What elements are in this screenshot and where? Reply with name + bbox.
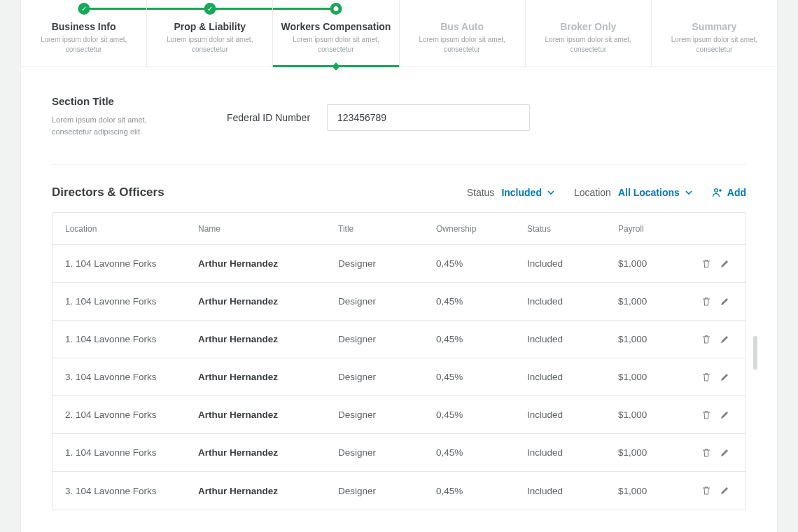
step-title: Bus Auto: [407, 21, 518, 32]
federal-id-field: Federal ID Number: [227, 95, 530, 137]
edit-icon[interactable]: [719, 334, 730, 345]
table-body: 1. 104 Lavonne ForksArthur HernandezDesi…: [52, 245, 746, 510]
trash-icon[interactable]: [701, 258, 712, 270]
row-actions: [688, 296, 730, 307]
step-title: Business Info: [28, 21, 139, 32]
cell-ownership: 0,45%: [436, 410, 527, 420]
edit-icon[interactable]: [719, 410, 730, 421]
col-location: Location: [65, 224, 198, 234]
step-desc: Lorem ipsum dolor sit amet, consectetur: [287, 35, 385, 54]
add-label: Add: [727, 187, 746, 198]
col-name: Name: [198, 224, 338, 234]
trash-icon[interactable]: [701, 334, 712, 345]
step-title: Workers Compensation: [280, 21, 391, 32]
col-ownership: Ownership: [436, 224, 527, 234]
chevron-down-icon: [547, 189, 554, 196]
row-actions: [688, 485, 730, 496]
cell-location: 1. 104 Lavonne Forks: [65, 334, 198, 344]
row-actions: [688, 410, 730, 421]
section-meta: Section Title Lorem ipsum dolor sit amet…: [52, 95, 185, 137]
table-header: Location Name Title Ownership Status Pay…: [52, 213, 746, 245]
step-title: Prop & Liability: [154, 21, 265, 32]
progress-steps: ✓ ✓ Business Info Lorem ipsum dolor sit …: [21, 0, 777, 67]
cell-status: Included: [527, 410, 618, 420]
trash-icon[interactable]: [701, 372, 712, 383]
cell-ownership: 0,45%: [436, 372, 527, 382]
step-workers-compensation[interactable]: Workers Compensation Lorem ipsum dolor s…: [273, 0, 399, 66]
table-row: 2. 104 Lavonne ForksArthur HernandezDesi…: [52, 396, 746, 434]
col-payroll: Payroll: [618, 224, 688, 234]
cell-title: Designer: [338, 410, 436, 420]
status-filter-label: Status: [467, 187, 495, 198]
col-title: Title: [338, 224, 436, 234]
cell-title: Designer: [338, 296, 436, 307]
table-row: 1. 104 Lavonne ForksArthur HernandezDesi…: [52, 283, 746, 321]
col-status: Status: [527, 224, 618, 234]
cell-location: 3. 104 Lavonne Forks: [65, 486, 198, 496]
cell-status: Included: [527, 447, 618, 458]
cell-payroll: $1,000: [618, 334, 688, 344]
step-title: Broker Only: [533, 21, 644, 32]
add-button[interactable]: Add: [712, 187, 746, 198]
federal-id-input[interactable]: [327, 104, 530, 131]
location-filter[interactable]: Location All Locations: [574, 187, 692, 198]
step-business-info[interactable]: Business Info Lorem ipsum dolor sit amet…: [21, 0, 147, 66]
cell-title: Designer: [338, 334, 436, 344]
cell-name: Arthur Hernandez: [198, 334, 338, 344]
cell-location: 2. 104 Lavonne Forks: [65, 410, 198, 420]
table-row: 3. 104 Lavonne ForksArthur HernandezDesi…: [52, 358, 746, 396]
scrollbar-thumb[interactable]: [753, 336, 757, 370]
directors-heading: Directors & Officers: [52, 186, 164, 200]
row-actions: [688, 334, 730, 345]
step-bus-auto[interactable]: Bus Auto Lorem ipsum dolor sit amet, con…: [400, 0, 526, 66]
cell-location: 1. 104 Lavonne Forks: [65, 296, 198, 307]
section-title: Section Title: [52, 95, 185, 107]
cell-payroll: $1,000: [618, 410, 688, 420]
row-actions: [688, 372, 730, 383]
step-desc: Lorem ipsum dolor sit amet, consectetur: [35, 35, 133, 54]
cell-payroll: $1,000: [618, 296, 688, 307]
edit-icon[interactable]: [719, 372, 730, 383]
cell-status: Included: [527, 296, 618, 307]
step-title: Summary: [659, 21, 770, 32]
edit-icon[interactable]: [719, 447, 730, 458]
location-filter-value: All Locations: [618, 187, 692, 198]
cell-payroll: $1,000: [618, 372, 688, 382]
cell-ownership: 0,45%: [436, 296, 527, 307]
edit-icon[interactable]: [719, 485, 730, 496]
cell-title: Designer: [338, 447, 436, 458]
trash-icon[interactable]: [701, 485, 712, 496]
cell-status: Included: [527, 486, 618, 496]
row-actions: [688, 447, 730, 458]
workers-comp-card: ✓ ✓ Business Info Lorem ipsum dolor sit …: [21, 0, 777, 532]
edit-icon[interactable]: [719, 296, 730, 307]
chevron-down-icon: [685, 189, 692, 196]
cell-name: Arthur Hernandez: [198, 486, 338, 496]
step-broker-only[interactable]: Broker Only Lorem ipsum dolor sit amet, …: [526, 0, 652, 66]
edit-icon[interactable]: [719, 258, 730, 270]
status-filter[interactable]: Status Included: [467, 187, 554, 198]
step-desc: Lorem ipsum dolor sit amet, consectetur: [665, 35, 763, 54]
cell-ownership: 0,45%: [436, 334, 527, 344]
cell-status: Included: [527, 258, 618, 269]
step-summary[interactable]: Summary Lorem ipsum dolor sit amet, cons…: [652, 0, 777, 66]
cell-location: 1. 104 Lavonne Forks: [65, 258, 198, 269]
cell-name: Arthur Hernandez: [198, 447, 338, 458]
svg-point-0: [714, 189, 718, 192]
directors-table: Location Name Title Ownership Status Pay…: [52, 212, 746, 510]
cell-payroll: $1,000: [618, 258, 688, 269]
cell-title: Designer: [338, 486, 436, 496]
person-add-icon: [712, 187, 723, 198]
step-prop-liability[interactable]: Prop & Liability Lorem ipsum dolor sit a…: [147, 0, 273, 66]
directors-section-bar: Directors & Officers Status Included Loc…: [52, 164, 746, 212]
step-desc: Lorem ipsum dolor sit amet, consectetur: [413, 35, 511, 54]
step-desc: Lorem ipsum dolor sit amet, consectetur: [161, 35, 259, 54]
cell-name: Arthur Hernandez: [198, 372, 338, 382]
trash-icon[interactable]: [701, 410, 712, 421]
table-row: 3. 104 Lavonne ForksArthur HernandezDesi…: [52, 472, 746, 510]
cell-payroll: $1,000: [618, 486, 688, 496]
cell-name: Arthur Hernandez: [198, 296, 338, 307]
trash-icon[interactable]: [701, 296, 712, 307]
trash-icon[interactable]: [701, 447, 712, 458]
section-top-row: Section Title Lorem ipsum dolor sit amet…: [52, 95, 746, 164]
